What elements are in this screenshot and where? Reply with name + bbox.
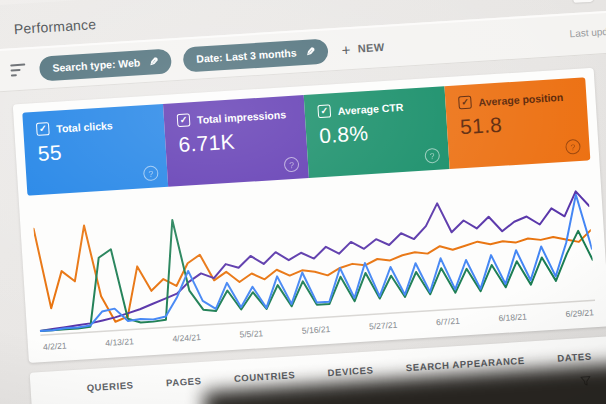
filter-chip-label: Search type: Web [52,56,141,73]
edit-pencil-icon[interactable]: ✎ [149,56,159,68]
x-axis-tick-label: 5/16/21 [302,324,331,336]
check-icon: ✓ [179,115,187,124]
check-icon: ✓ [320,107,328,116]
help-icon[interactable]: ? [424,148,440,164]
check-icon: ✓ [461,98,469,107]
x-axis-tick-label: 5/27/21 [369,320,398,332]
x-axis-tick-label: 4/24/21 [172,332,201,344]
metric-card-average-position[interactable]: ✓Average position51.8? [444,77,590,169]
metric-card-header: ✓Average CTR [317,98,436,118]
filter-lines-icon[interactable] [10,64,26,77]
check-icon: ✓ [39,124,47,133]
filter-chip-0[interactable]: Search type: Web✎ [39,48,172,81]
metric-checkbox-checked[interactable]: ✓ [36,122,50,136]
line-series-average-position [34,194,595,327]
help-icon[interactable]: ? [284,157,300,173]
metric-card-average-ctr[interactable]: ✓Average CTR0.8%? [304,86,450,178]
performance-chart-card: ✓Total clicks55?✓Total impressions6.71K?… [13,68,606,363]
export-button[interactable] [572,0,593,3]
new-filter-button[interactable]: + NEW [341,38,385,58]
metric-label: Average position [478,90,563,107]
photographed-monitor: Performance Search type: Web✎Date: Last … [0,0,606,404]
metric-value: 51.8 [459,108,578,139]
filter-chip-label: Date: Last 3 months [196,46,297,64]
metric-label: Total clicks [56,119,113,135]
x-axis-tick-label: 6/29/21 [565,307,594,319]
filter-chips: Search type: Web✎Date: Last 3 months✎ [39,38,329,81]
metric-card-header: ✓Total clicks [36,116,155,136]
search-console-screen: Performance Search type: Web✎Date: Last … [0,0,606,404]
x-axis-tick-label: 6/7/21 [436,316,460,327]
edit-pencil-icon[interactable]: ✎ [305,46,315,58]
x-axis-tick-label: 5/5/21 [239,328,263,339]
metric-value: 0.8% [319,117,438,148]
help-icon[interactable]: ? [565,139,581,155]
x-axis-tick-label: 4/13/21 [105,336,134,348]
page-title: Performance [13,16,96,37]
last-updated-text: Last updated: 5 hour [569,23,606,40]
tab-dates[interactable]: DATES [557,351,592,364]
metric-checkbox-checked[interactable]: ✓ [177,113,191,127]
metric-label: Total impressions [197,108,287,126]
metric-value: 6.71K [178,126,297,157]
metric-label: Average CTR [337,100,403,116]
help-icon[interactable]: ? [143,165,159,181]
metric-value: 55 [37,135,156,166]
x-axis-tick-label: 6/18/21 [498,312,527,324]
metric-card-header: ✓Total impressions [177,107,296,127]
metric-card-header: ✓Average position [458,89,577,109]
tab-pages[interactable]: PAGES [166,375,202,388]
metric-card-total-clicks[interactable]: ✓Total clicks55? [22,104,168,196]
filter-chip-1[interactable]: Date: Last 3 months✎ [183,38,329,72]
metric-card-total-impressions[interactable]: ✓Total impressions6.71K? [163,95,309,187]
x-axis-tick-label: 4/2/21 [43,340,67,351]
plus-icon: + [341,41,351,59]
metric-checkbox-checked[interactable]: ✓ [317,104,331,118]
metric-checkbox-checked[interactable]: ✓ [458,96,472,110]
new-filter-label: NEW [357,41,385,55]
